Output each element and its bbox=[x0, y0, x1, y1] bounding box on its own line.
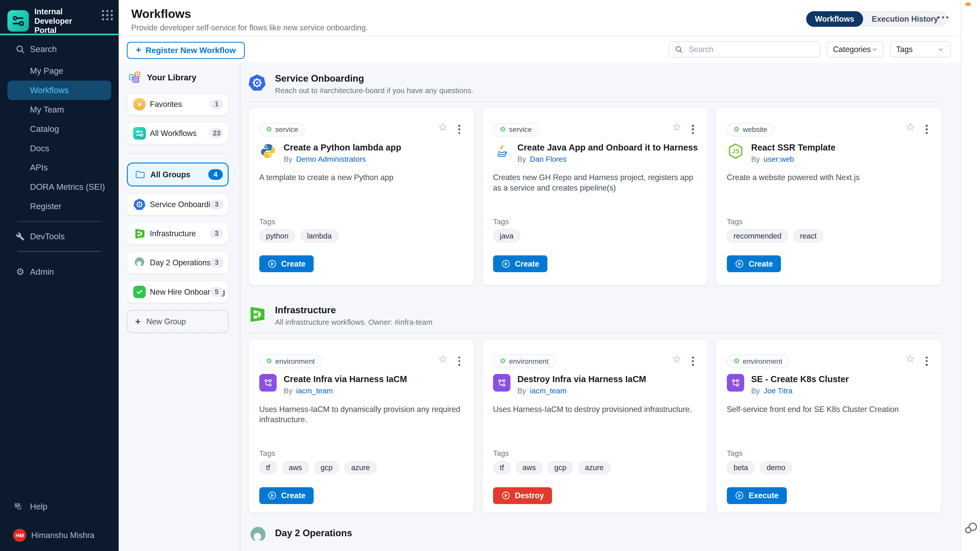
library-item-favorites[interactable]: ★ Favorites 1 bbox=[127, 93, 229, 115]
tag-pill: gcp bbox=[547, 461, 573, 475]
tag-pill: python bbox=[259, 229, 295, 243]
tag-pill: tf bbox=[259, 461, 277, 475]
owner-link[interactable]: Joe Titra bbox=[764, 386, 792, 395]
tags-label: Tags bbox=[259, 218, 275, 226]
create-button[interactable]: Create bbox=[493, 256, 547, 272]
sidebar-item-workflows[interactable]: Workflows bbox=[7, 81, 111, 100]
section-header: Day 2 Operations bbox=[248, 525, 942, 548]
sidebar-item-search[interactable]: Search bbox=[0, 40, 119, 59]
tab-workflows[interactable]: Workflows bbox=[806, 11, 863, 27]
sidebar-item-devtools[interactable]: DevTools bbox=[0, 227, 119, 246]
library-item-service-onboarding[interactable]: Service Onboarding 3 bbox=[127, 193, 229, 216]
library-panel: Your Library ★ Favorites 1 bbox=[127, 69, 229, 333]
owner-link[interactable]: Demo Administrators bbox=[296, 155, 366, 164]
workflow-description: Uses Harness-IaCM to dynamically provisi… bbox=[259, 404, 465, 425]
svg-text:JS: JS bbox=[732, 148, 739, 155]
section-header: Service Onboarding Reach out to #archite… bbox=[248, 73, 942, 97]
card-menu-icon[interactable] bbox=[924, 124, 929, 135]
library-item-infrastructure[interactable]: Infrastructure 3 bbox=[127, 222, 229, 245]
tag-list: beta demo bbox=[727, 461, 792, 475]
brand: Internal Developer Portal bbox=[7, 7, 111, 35]
owner-link[interactable]: user:web bbox=[764, 155, 794, 164]
tags-dropdown[interactable]: Tags bbox=[890, 41, 951, 58]
section-title: Infrastructure bbox=[275, 305, 336, 316]
sidebar-item-docs[interactable]: Docs bbox=[0, 139, 119, 158]
sidebar-item-my-page[interactable]: My Page bbox=[0, 61, 119, 81]
section-title: Day 2 Operations bbox=[275, 528, 352, 538]
tag-pill: react bbox=[793, 229, 823, 243]
check-square-icon bbox=[133, 285, 146, 298]
chat-bubbles-icon[interactable] bbox=[964, 520, 979, 538]
card-menu-icon[interactable] bbox=[691, 355, 695, 367]
owner-link[interactable]: iacm_team bbox=[530, 386, 566, 395]
user-menu[interactable]: HM Himanshu Mishra bbox=[0, 527, 119, 544]
new-group-button[interactable]: + New Group bbox=[127, 310, 229, 333]
create-button[interactable]: Create bbox=[259, 256, 313, 272]
favorite-star-icon[interactable]: ☆ bbox=[438, 354, 448, 364]
workflow-card: ⚙ environment ☆ bbox=[482, 339, 708, 513]
section-subtitle: Reach out to #architecture-board if you … bbox=[275, 86, 473, 95]
workflow-description: Creates new GH Repo and Harness project,… bbox=[493, 172, 698, 193]
favorite-star-icon[interactable]: ☆ bbox=[672, 122, 681, 132]
sidebar-item-admin[interactable]: ⚙ Admin bbox=[0, 262, 119, 282]
harness-pipeline-icon bbox=[133, 127, 146, 140]
favorite-star-icon[interactable]: ☆ bbox=[672, 354, 681, 364]
favorite-star-icon[interactable]: ☆ bbox=[905, 354, 915, 364]
library-item-all-workflows[interactable]: All Workflows 23 bbox=[127, 122, 229, 144]
card-menu-icon[interactable] bbox=[691, 124, 695, 135]
day2-ring-icon bbox=[133, 256, 146, 269]
tag-list: tf aws gcp azure bbox=[259, 461, 377, 475]
create-button[interactable]: Create bbox=[259, 487, 313, 504]
library-item-label: Infrastructure bbox=[150, 229, 196, 238]
categories-dropdown[interactable]: Categories bbox=[827, 41, 884, 58]
workflow-title: SE - Create K8s Cluster bbox=[751, 374, 849, 385]
library-item-all-groups[interactable]: All Groups 4 bbox=[127, 162, 229, 186]
search-field bbox=[669, 41, 821, 58]
favorite-star-icon[interactable]: ☆ bbox=[905, 122, 915, 132]
sidebar-item-help[interactable]: ? Help bbox=[0, 498, 119, 516]
sidebar-item-register[interactable]: Register bbox=[0, 197, 119, 216]
library-item-label: All Workflows bbox=[150, 129, 197, 138]
owner-link[interactable]: Dan Flores bbox=[530, 155, 566, 164]
tag-pill: azure bbox=[578, 461, 610, 475]
register-new-workflow-button[interactable]: + Register New Workflow bbox=[127, 42, 245, 59]
card-menu-icon[interactable] bbox=[457, 355, 461, 367]
sidebar: Internal Developer Portal Search My Page bbox=[0, 0, 119, 551]
gear-icon: ⚙ bbox=[15, 267, 26, 278]
tag-pill: java bbox=[493, 229, 520, 243]
destroy-button[interactable]: Destroy bbox=[493, 487, 552, 504]
kind-chip: ⚙ service bbox=[493, 123, 539, 137]
right-margin bbox=[961, 0, 980, 551]
gear-icon: ⚙ bbox=[266, 126, 272, 133]
workflow-card: ⚙ environment ☆ bbox=[716, 339, 942, 513]
sidebar-item-my-team[interactable]: My Team bbox=[0, 100, 119, 119]
sidebar-item-apis[interactable]: APIs bbox=[0, 158, 119, 178]
execute-button[interactable]: Execute bbox=[727, 487, 787, 504]
create-button[interactable]: Create bbox=[727, 256, 781, 272]
card-menu-icon[interactable] bbox=[924, 355, 929, 367]
library-item-label: Day 2 Operations bbox=[150, 258, 210, 267]
section-day2-operations: Day 2 Operations bbox=[248, 525, 942, 548]
card-menu-icon[interactable] bbox=[457, 124, 461, 135]
more-options-icon[interactable] bbox=[937, 16, 948, 19]
workflow-byline: By iacm_team bbox=[517, 386, 646, 395]
sidebar-item-label: Help bbox=[30, 502, 48, 511]
tab-execution-history[interactable]: Execution History bbox=[863, 12, 947, 26]
owner-link[interactable]: iacm_team bbox=[296, 386, 333, 395]
search-input[interactable] bbox=[687, 44, 815, 55]
java-logo-icon bbox=[493, 142, 511, 160]
sidebar-item-catalog[interactable]: Catalog bbox=[0, 119, 119, 139]
main-area: Workflows Provide developer self-service… bbox=[119, 0, 961, 551]
sidebar-item-dora-metrics[interactable]: DORA Metrics (SEI) bbox=[0, 177, 119, 197]
library-item-day2-operations[interactable]: Day 2 Operations 3 bbox=[127, 251, 229, 274]
sidebar-item-label: My Page bbox=[30, 66, 63, 76]
library-item-new-hire-onboarding[interactable]: New Hire Onboarding 5 bbox=[127, 281, 229, 303]
plus-icon: + bbox=[135, 316, 141, 327]
apps-grid-icon[interactable] bbox=[99, 7, 116, 24]
count-badge: 3 bbox=[210, 229, 223, 238]
tags-label: Tags bbox=[493, 449, 509, 457]
favorite-star-icon[interactable]: ☆ bbox=[438, 122, 448, 132]
count-badge: 23 bbox=[210, 128, 223, 138]
page-header: Workflows Provide developer self-service… bbox=[119, 0, 961, 36]
iacm-workflow-icon bbox=[259, 374, 277, 392]
